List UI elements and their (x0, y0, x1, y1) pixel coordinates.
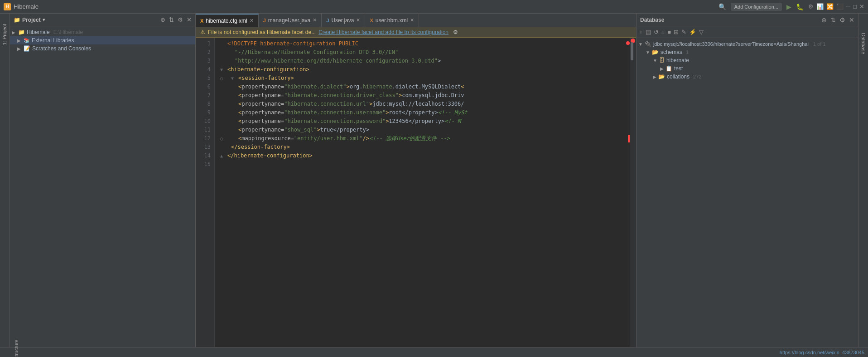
db-schema-icon[interactable]: ≡ (661, 29, 665, 35)
fold-5[interactable]: ○ (220, 74, 226, 83)
tree-item-root[interactable]: ▶ 📁 Hibemale E:\Hibemale (10, 28, 195, 36)
warning-settings-icon[interactable]: ⚙ (453, 29, 458, 35)
db-split-icon[interactable]: ⇅ (830, 16, 836, 24)
db-header-icons: ⊕ ⇅ ⚙ ✕ (821, 16, 854, 24)
code-content[interactable]: <!DOCTYPE hibernate-configuration PUBLIC… (215, 38, 630, 347)
db-close-icon[interactable]: ✕ (849, 16, 854, 24)
code-line-12: ○ < mapping resource= "entity/user.hbm.x… (220, 134, 630, 143)
db-schemas-item[interactable]: ▼ 📂 schemas 1 (637, 48, 858, 56)
tab-user-hbm[interactable]: X user.hbm.xml ✕ (365, 14, 419, 27)
fold-14[interactable]: ▲ (220, 152, 226, 160)
tab-label-user: User.java (331, 17, 354, 24)
tab-close-manage[interactable]: ✕ (313, 17, 317, 23)
db-hibernate-arrow: ▼ (653, 58, 657, 63)
scratches-icon: 📝 (24, 45, 30, 52)
db-panel-title: Database (640, 17, 664, 23)
db-ddl-icon[interactable]: ⚡ (689, 29, 696, 35)
maximize-button[interactable]: □ (853, 3, 857, 10)
project-sidebar-tab[interactable]: 1: Project (0, 14, 10, 347)
db-schemas-label: schemas (661, 49, 682, 55)
build-icon[interactable]: ⚙ (808, 3, 814, 10)
tab-label-hbm: user.hbm.xml (376, 17, 408, 24)
minimize-button[interactable]: ─ (846, 3, 850, 10)
db-console-icon[interactable]: ▤ (646, 29, 651, 35)
search-icon[interactable]: 🔍 (719, 3, 726, 10)
db-test-arrow: ▶ (660, 66, 664, 71)
tree-arrow-libs: ▶ (17, 38, 21, 43)
database-sidebar-tab[interactable]: Database (858, 14, 868, 347)
main-container: 1: Project 📁 Project ▾ ⊕ ⇅ ⚙ ✕ ▶ 📁 Hibem… (0, 14, 868, 347)
tree-arrow-scratches: ▶ (17, 46, 21, 51)
code-editor[interactable]: 1 2 3 4 5 6 7 8 9 10 11 12 13 14 15 (196, 38, 636, 347)
code-line-6: < property name= "hibernate.dialect" > o… (220, 83, 630, 91)
db-panel-header: Database ⊕ ⇅ ⚙ ✕ (637, 14, 858, 26)
code-line-1: <!DOCTYPE hibernate-configuration PUBLIC (220, 39, 630, 48)
code-line-7: < property name= "hibernate.connection.d… (220, 91, 630, 100)
scrollbar-thumb[interactable] (631, 42, 633, 60)
editor-area: X hibernate.cfg.xml ✕ J manageUser.java … (196, 14, 636, 347)
dropdown-icon[interactable]: ▾ (43, 17, 45, 22)
warning-link[interactable]: Create Hibernate facet and add file to i… (318, 29, 448, 35)
db-stop-icon[interactable]: ■ (667, 29, 671, 35)
db-edit-icon[interactable]: ✎ (681, 29, 686, 35)
tab-close-hbm[interactable]: ✕ (410, 17, 414, 23)
db-conn-arrow: ▼ (638, 42, 643, 47)
code-line-11: < property name= "show_sql" > true</prop… (220, 126, 630, 134)
db-collations-icon: 📂 (658, 73, 665, 80)
db-refresh-icon[interactable]: ↺ (654, 29, 659, 35)
tab-hibernate-cfg[interactable]: X hibernate.cfg.xml ✕ (196, 14, 259, 27)
root-path: E:\Hibemale (53, 29, 83, 35)
external-libs-label: External Libraries (32, 37, 74, 44)
run-button[interactable]: ▶ (786, 3, 791, 10)
db-filter-icon[interactable]: ▽ (699, 29, 704, 35)
tab-close-user[interactable]: ✕ (356, 17, 360, 23)
close-panel-icon[interactable]: ✕ (187, 16, 192, 23)
root-label: Hibemale (27, 29, 50, 35)
locate-icon[interactable]: ⊕ (160, 16, 165, 23)
tab-user-java[interactable]: J User.java ✕ (322, 14, 365, 27)
settings-icon[interactable]: ⚙ (178, 16, 183, 23)
project-tab-label[interactable]: 1: Project (2, 24, 8, 45)
code-line-4: ▼ <hibernate-configuration> (220, 65, 630, 74)
tree-item-scratches[interactable]: ▶ 📝 Scratches and Consoles (10, 44, 195, 53)
tree-item-external-libs[interactable]: ▶ 📚 External Libraries (10, 36, 195, 44)
code-line-14: ▲ </hibernate-configuration> (220, 152, 630, 160)
panel-header-icons: ⊕ ⇅ ⚙ ✕ (160, 16, 192, 23)
hbm-icon: X (370, 18, 373, 23)
db-test-label: test (674, 65, 683, 72)
db-table-icon[interactable]: ⊞ (674, 29, 679, 35)
db-hibernate-icon: 🗄 (659, 57, 665, 64)
db-test-table[interactable]: ▶ 📋 test (637, 64, 858, 73)
status-url: https://blog.csdn.net/weixin_43873045 (780, 350, 864, 355)
debug-button[interactable]: 🐛 (796, 3, 804, 10)
code-line-13: </session-factory> (220, 143, 630, 152)
db-collations-arrow: ▶ (653, 74, 656, 79)
structure-tab[interactable]: 7: Structure (14, 339, 19, 357)
db-toolbar: + ▤ ↺ ≡ ■ ⊞ ✎ ⚡ ▽ (637, 26, 858, 38)
profile-icon[interactable]: 📊 (816, 3, 824, 10)
close-button[interactable]: ✕ (859, 3, 864, 10)
fold-12[interactable]: ○ (220, 134, 226, 143)
status-bar-left: 7: Structure (4, 350, 29, 355)
title-icons: ⚙ 📊 🔀 ⬛ ─ □ ✕ (808, 3, 864, 10)
folder-icon: 📁 (14, 17, 20, 23)
code-line-15 (220, 160, 630, 169)
db-connection-item[interactable]: ▼ 🔌 jdbc:mysql://localhost:3306/hibernat… (637, 40, 858, 48)
fold-5b[interactable]: ▼ (231, 74, 236, 83)
db-collations-item[interactable]: ▶ 📂 collations 272 (637, 73, 858, 81)
status-bar-right: https://blog.csdn.net/weixin_43873045 (780, 350, 864, 355)
add-configuration-button[interactable]: Add Configuration... (731, 3, 782, 11)
tab-manage-user[interactable]: J manageUser.java ✕ (259, 14, 322, 27)
sort-icon[interactable]: ⇅ (169, 16, 174, 23)
db-hibernate-schema[interactable]: ▼ 🗄 hibernate (637, 56, 858, 64)
database-tab-label[interactable]: Database (861, 33, 866, 54)
db-add-icon[interactable]: ⊕ (821, 16, 827, 24)
db-settings-icon[interactable]: ⚙ (839, 16, 845, 24)
db-new-icon[interactable]: + (639, 29, 643, 35)
terminal-icon[interactable]: ⬛ (836, 3, 844, 10)
vcs-icon[interactable]: 🔀 (826, 3, 834, 10)
tab-close-cfg[interactable]: ✕ (250, 18, 254, 24)
fold-4[interactable]: ▼ (220, 65, 226, 74)
line-numbers: 1 2 3 4 5 6 7 8 9 10 11 12 13 14 15 (196, 38, 215, 347)
database-panel: Database ⊕ ⇅ ⚙ ✕ + ▤ ↺ ≡ ■ ⊞ ✎ ⚡ ▽ ▼ 🔌 j… (636, 14, 858, 347)
